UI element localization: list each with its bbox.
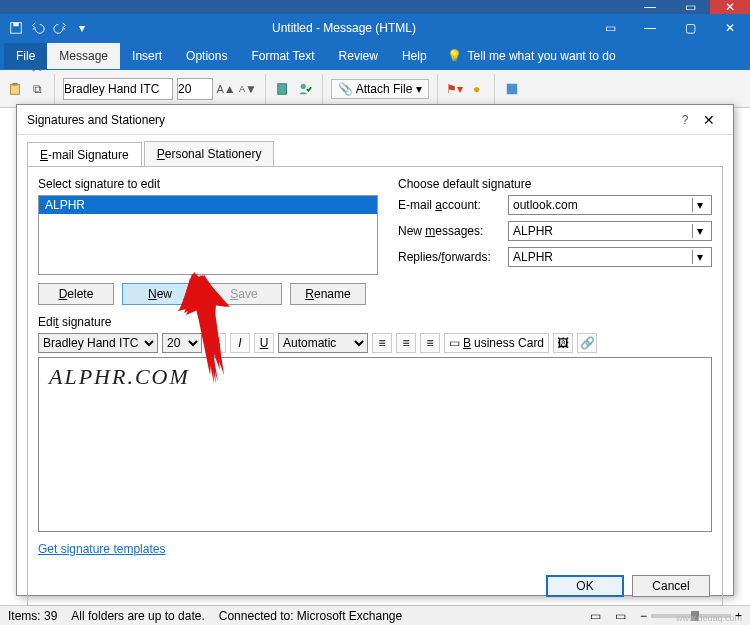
font-color-combo[interactable]: Automatic — [278, 333, 368, 353]
ribbon-display-options-icon[interactable]: ▭ — [590, 14, 630, 42]
outer-maximize[interactable]: ▭ — [670, 0, 710, 14]
new-messages-label: New messages: — [398, 224, 508, 238]
high-importance-icon[interactable]: ● — [468, 80, 486, 98]
reading-view-icon[interactable]: ▭ — [615, 609, 626, 623]
ok-button[interactable]: OK — [546, 575, 624, 597]
save-icon[interactable] — [8, 20, 24, 36]
lightbulb-icon: 💡 — [447, 49, 462, 63]
underline-button[interactable]: U — [254, 333, 274, 353]
outer-minimize[interactable]: — — [630, 0, 670, 14]
align-center-icon[interactable]: ≡ — [396, 333, 416, 353]
replies-label: Replies/forwards: — [398, 250, 508, 264]
undo-icon[interactable] — [30, 20, 46, 36]
svg-rect-2 — [11, 84, 20, 94]
tab-personal-stationery[interactable]: Personal Stationery — [144, 141, 275, 166]
tab-insert[interactable]: Insert — [120, 43, 174, 69]
increase-font-icon[interactable]: A▲ — [217, 80, 235, 98]
svg-rect-6 — [506, 83, 517, 94]
account-combo[interactable]: outlook.com▾ — [508, 195, 712, 215]
status-connection: Connected to: Microsoft Exchange — [219, 609, 402, 623]
svg-point-5 — [301, 83, 306, 88]
window-close[interactable]: ✕ — [710, 14, 750, 42]
tab-options[interactable]: Options — [174, 43, 239, 69]
svg-rect-3 — [12, 82, 17, 85]
check-names-icon[interactable] — [296, 80, 314, 98]
font-name-input[interactable] — [63, 78, 173, 100]
rename-button[interactable]: Rename — [290, 283, 366, 305]
decrease-font-icon[interactable]: A▼ — [239, 80, 257, 98]
window-minimize[interactable]: — — [630, 14, 670, 42]
tab-format-text[interactable]: Format Text — [239, 43, 326, 69]
status-folders: All folders are up to date. — [71, 609, 204, 623]
signature-editor[interactable]: ALPHR.COM — [38, 357, 712, 532]
cancel-button[interactable]: Cancel — [632, 575, 710, 597]
tell-me[interactable]: 💡 Tell me what you want to do — [447, 49, 616, 63]
edit-signature-label: Edit signature — [38, 315, 712, 329]
flag-icon[interactable]: ⚑▾ — [446, 80, 464, 98]
normal-view-icon[interactable]: ▭ — [590, 609, 601, 623]
tab-email-signature[interactable]: E-mail Signature — [27, 142, 142, 167]
dialog-close-icon[interactable]: ✕ — [695, 112, 723, 128]
watermark: www.deuaq.com — [676, 613, 742, 623]
attach-label: Attach File — [356, 82, 413, 96]
delete-button[interactable]: Delete — [38, 283, 114, 305]
picture-icon[interactable]: 🖼 — [553, 333, 573, 353]
paste-icon[interactable] — [6, 80, 24, 98]
redo-icon[interactable] — [52, 20, 68, 36]
select-signature-label: Select signature to edit — [38, 177, 378, 191]
window-title: Untitled - Message (HTML) — [98, 21, 590, 35]
font-size-input[interactable] — [177, 78, 213, 100]
add-in-icon[interactable] — [503, 80, 521, 98]
replies-combo[interactable]: ALPHR▾ — [508, 247, 712, 267]
card-icon: ▭ — [449, 336, 460, 350]
sig-font-size[interactable]: 20 — [162, 333, 202, 353]
window-maximize[interactable]: ▢ — [670, 14, 710, 42]
align-right-icon[interactable]: ≡ — [420, 333, 440, 353]
dialog-help-icon[interactable]: ? — [675, 113, 695, 127]
outer-close[interactable]: ✕ — [710, 0, 750, 14]
attach-file-button[interactable]: 📎 Attach File ▾ — [331, 79, 429, 99]
svg-rect-4 — [278, 83, 287, 94]
zoom-out-button[interactable]: − — [640, 609, 647, 623]
bold-button[interactable]: B — [206, 333, 226, 353]
svg-rect-1 — [13, 23, 18, 27]
status-bar: Items: 39 All folders are up to date. Co… — [0, 605, 750, 625]
tab-help[interactable]: Help — [390, 43, 439, 69]
tab-message[interactable]: Message — [47, 43, 120, 69]
cut-icon[interactable]: ✂ — [28, 60, 46, 78]
chevron-down-icon: ▾ — [416, 82, 422, 96]
copy-icon[interactable]: ⧉ — [28, 80, 46, 98]
align-left-icon[interactable]: ≡ — [372, 333, 392, 353]
address-book-icon[interactable] — [274, 80, 292, 98]
status-items: Items: 39 — [8, 609, 57, 623]
tab-review[interactable]: Review — [327, 43, 390, 69]
get-templates-link[interactable]: Get signature templates — [38, 542, 712, 556]
qat-customize-icon[interactable]: ▾ — [74, 20, 90, 36]
hyperlink-icon[interactable]: 🔗 — [577, 333, 597, 353]
signature-list[interactable]: ALPHR — [38, 195, 378, 275]
new-button[interactable]: New — [122, 283, 198, 305]
paperclip-icon: 📎 — [338, 82, 353, 96]
new-messages-combo[interactable]: ALPHR▾ — [508, 221, 712, 241]
dialog-title: Signatures and Stationery — [27, 113, 675, 127]
account-label: E-mail account: — [398, 198, 508, 212]
defaults-label: Choose default signature — [398, 177, 712, 191]
tell-me-label: Tell me what you want to do — [468, 49, 616, 63]
business-card-button[interactable]: ▭Business Card — [444, 333, 549, 353]
italic-button[interactable]: I — [230, 333, 250, 353]
save-button[interactable]: Save — [206, 283, 282, 305]
sig-font-name[interactable]: Bradley Hand ITC — [38, 333, 158, 353]
signatures-dialog: Signatures and Stationery ? ✕ E-mail Sig… — [16, 104, 734, 596]
list-item[interactable]: ALPHR — [39, 196, 377, 214]
